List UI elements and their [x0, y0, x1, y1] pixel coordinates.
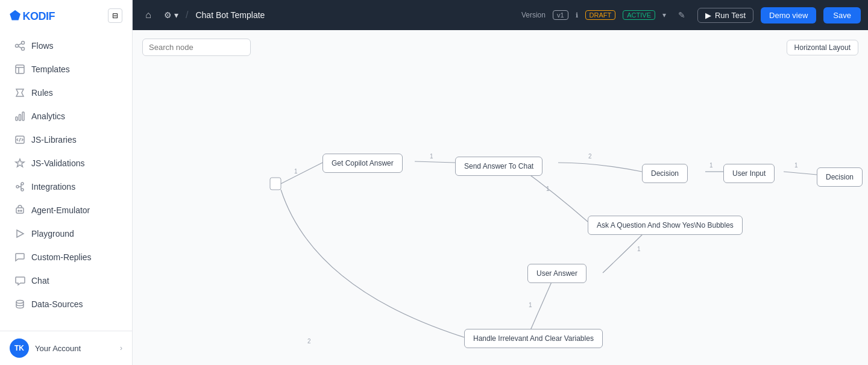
- svg-line-30: [784, 172, 817, 175]
- settings-chevron-icon: ▾: [174, 10, 178, 20]
- flow-canvas[interactable]: 1 1 2 1 1 1 1: [133, 30, 868, 365]
- settings-icon: ⚙: [164, 10, 172, 20]
- svg-text:2: 2: [588, 153, 592, 160]
- svg-text:1: 1: [794, 162, 798, 169]
- sidebar-item-rules[interactable]: Rules: [5, 81, 127, 104]
- node-decision2[interactable]: Decision: [817, 167, 863, 187]
- svg-text:1: 1: [430, 153, 433, 160]
- integrations-icon: [14, 181, 25, 192]
- svg-rect-17: [16, 208, 24, 213]
- sidebar-item-chat[interactable]: Chat: [5, 269, 127, 292]
- svg-line-3: [18, 43, 21, 45]
- svg-point-2: [22, 48, 25, 51]
- run-test-button[interactable]: ▶ Run Test: [697, 8, 753, 23]
- active-badge: ACTIVE: [623, 10, 655, 20]
- sidebar-item-flows-label: Flows: [31, 41, 54, 51]
- topbar: ⌂ ⚙ ▾ / Chat Bot Template Version v1 ℹ D…: [133, 0, 868, 30]
- play-icon: ▶: [705, 11, 711, 20]
- svg-rect-22: [270, 178, 281, 190]
- svg-text:2: 2: [307, 338, 311, 345]
- node-decision1[interactable]: Decision: [642, 164, 688, 183]
- app-logo: ⬟ KODIF: [10, 8, 55, 23]
- svg-point-0: [16, 45, 19, 48]
- save-button[interactable]: Save: [823, 7, 861, 23]
- sidebar-item-agent-emulator[interactable]: Agent-Emulator: [5, 199, 127, 222]
- js-validations-icon: [14, 158, 25, 169]
- avatar: TK: [10, 338, 29, 358]
- info-icon: ℹ: [576, 11, 578, 19]
- svg-point-12: [16, 186, 19, 188]
- version-dropdown-button[interactable]: ▾: [662, 11, 666, 19]
- sidebar-item-js-libraries-label: JS-Libraries: [31, 135, 77, 145]
- sidebar: ⬟ KODIF ⊟ Flows Templates Rules Analytic…: [0, 0, 133, 365]
- svg-rect-8: [16, 117, 17, 120]
- sidebar-item-custom-replies-label: Custom-Replies: [31, 252, 92, 262]
- flow-edges: 1 1 2 1 1 1 1: [133, 30, 868, 365]
- svg-line-23: [415, 161, 455, 163]
- svg-text:1: 1: [709, 162, 713, 169]
- svg-point-19: [20, 210, 22, 211]
- sidebar-item-custom-replies[interactable]: Custom-Replies: [5, 246, 127, 269]
- draft-badge: DRAFT: [585, 10, 616, 20]
- logo-area: ⬟ KODIF ⊟: [0, 0, 132, 31]
- search-input[interactable]: [142, 39, 251, 56]
- svg-line-25: [281, 163, 322, 184]
- data-sources-icon: [14, 299, 25, 310]
- canvas-container: Horizontal Layout 1 1 2 1: [133, 30, 868, 365]
- account-footer[interactable]: TK Your Account ›: [0, 331, 132, 365]
- sidebar-item-js-libraries[interactable]: JS-Libraries: [5, 128, 127, 151]
- topbar-divider: /: [186, 10, 188, 20]
- home-button[interactable]: ⌂: [140, 7, 157, 23]
- node-user-answer[interactable]: User Answer: [527, 264, 587, 283]
- rules-icon: [14, 87, 25, 98]
- edit-button[interactable]: ✎: [673, 7, 690, 23]
- sidebar-item-js-validations[interactable]: JS-Validations: [5, 152, 127, 175]
- node-get-copilot[interactable]: Get Copilot Answer: [322, 154, 403, 173]
- flows-icon: [14, 40, 25, 51]
- sidebar-item-templates[interactable]: Templates: [5, 58, 127, 81]
- svg-point-18: [18, 210, 19, 211]
- demo-view-button[interactable]: Demo view: [761, 7, 816, 23]
- svg-line-4: [18, 46, 21, 48]
- sidebar-item-analytics[interactable]: Analytics: [5, 105, 127, 128]
- sidebar-item-playground[interactable]: Playground: [5, 222, 127, 245]
- sidebar-item-js-validations-label: JS-Validations: [31, 158, 84, 168]
- svg-text:1: 1: [637, 246, 641, 252]
- sidebar-item-integrations-label: Integrations: [31, 182, 75, 192]
- node-send-answer[interactable]: Send Answer To Chat: [455, 157, 542, 176]
- js-libraries-icon: [14, 134, 25, 145]
- agent-emulator-icon: [14, 205, 25, 216]
- svg-text:1: 1: [294, 168, 298, 175]
- playground-icon: [14, 228, 25, 239]
- svg-rect-10: [22, 112, 24, 120]
- node-handle-irrelevant[interactable]: Handle Irrelevant And Clear Variables: [464, 329, 603, 348]
- settings-button[interactable]: ⚙ ▾: [164, 10, 178, 20]
- main-area: ⌂ ⚙ ▾ / Chat Bot Template Version v1 ℹ D…: [133, 0, 868, 365]
- version-label: Version: [521, 11, 546, 19]
- sidebar-item-agent-emulator-label: Agent-Emulator: [31, 205, 90, 215]
- node-user-input1[interactable]: User Input: [723, 164, 775, 183]
- analytics-icon: [14, 111, 25, 122]
- account-chevron-icon: ›: [120, 344, 122, 352]
- version-badge: v1: [553, 10, 568, 20]
- topbar-title: Chat Bot Template: [195, 10, 514, 20]
- sidebar-item-data-sources[interactable]: Data-Sources: [5, 293, 127, 316]
- canvas-toolbar: Horizontal Layout: [142, 39, 858, 56]
- sidebar-collapse-button[interactable]: ⊟: [108, 8, 122, 23]
- sidebar-item-data-sources-label: Data-Sources: [31, 299, 83, 309]
- node-ask-question[interactable]: Ask A Question And Show Yes\No Bubbles: [588, 216, 743, 235]
- sidebar-item-integrations[interactable]: Integrations: [5, 175, 127, 198]
- chat-icon: [14, 275, 25, 286]
- sidebar-item-chat-label: Chat: [31, 276, 49, 285]
- sidebar-nav: Flows Templates Rules Analytics JS-Libra…: [0, 31, 132, 331]
- svg-rect-5: [16, 65, 24, 73]
- run-test-label: Run Test: [715, 11, 746, 20]
- horizontal-layout-button[interactable]: Horizontal Layout: [787, 40, 858, 55]
- svg-rect-9: [19, 114, 21, 120]
- account-label: Your Account: [35, 344, 114, 353]
- svg-marker-20: [17, 230, 24, 237]
- sidebar-item-flows[interactable]: Flows: [5, 34, 127, 57]
- sidebar-item-playground-label: Playground: [31, 229, 74, 239]
- svg-text:1: 1: [529, 302, 532, 308]
- sidebar-item-analytics-label: Analytics: [31, 111, 65, 121]
